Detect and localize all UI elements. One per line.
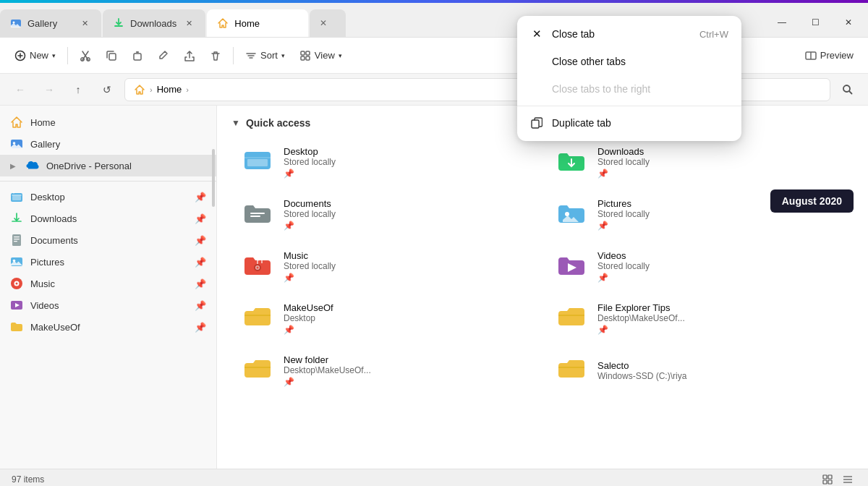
tab-gallery[interactable]: Gallery ✕ [0, 9, 101, 37]
folder-item-fileexplorertips[interactable]: File Explorer Tips Desktop\MakeUseOf... … [545, 295, 854, 341]
svg-rect-19 [14, 236, 20, 237]
videos-folder-sub: Stored locally [597, 261, 650, 271]
fileexplorertips-folder-sub: Desktop\MakeUseOf... [597, 313, 685, 323]
maximize-button[interactable]: ☐ [799, 11, 832, 34]
sidebar-scrollbar[interactable] [212, 149, 215, 207]
sort-label: Sort [260, 50, 278, 61]
tab-partial[interactable]: ✕ [310, 9, 346, 37]
share-button[interactable] [178, 46, 201, 65]
folder-item-music[interactable]: Music Stored locally 📌 [231, 243, 540, 289]
new-button[interactable]: New ▾ [9, 46, 61, 65]
folder-item-videos[interactable]: Videos Stored locally 📌 [545, 243, 854, 289]
cut-button[interactable] [74, 46, 97, 65]
fileexplorertips-pin: 📌 [597, 325, 685, 335]
forward-button[interactable]: → [38, 78, 61, 101]
pictures-folder-name: Pictures [597, 198, 650, 209]
paste-button[interactable] [126, 46, 149, 65]
sidebar-item-documents[interactable]: Documents 📌 [0, 229, 216, 251]
sidebar-item-videos[interactable]: Videos 📌 [0, 294, 216, 316]
copy-button[interactable] [100, 46, 123, 65]
ctx-duplicate-label: Duplicate tab [552, 117, 611, 129]
sidebar-home-label: Home [30, 117, 56, 128]
svg-rect-42 [532, 120, 539, 128]
folder-item-makeuseofitem[interactable]: MakeUseOf Desktop 📌 [231, 295, 540, 341]
delete-button[interactable] [204, 46, 227, 65]
videos-folder-name: Videos [597, 250, 650, 261]
sidebar-item-onedrive[interactable]: ▶ OneDrive - Personal [0, 155, 216, 176]
tab-home[interactable]: Home [207, 9, 308, 37]
music-folder-icon [240, 249, 275, 284]
main-layout: Home Gallery ▶ OneDrive - Personal [0, 106, 868, 469]
ctx-close-other-tabs[interactable]: Close other tabs [517, 48, 741, 75]
sidebar-item-gallery[interactable]: Gallery [0, 133, 216, 155]
sidebar-item-music[interactable]: Music 📌 [0, 273, 216, 294]
svg-rect-29 [250, 213, 265, 214]
sidebar-makeuseofyellow-label: MakeUseOf [30, 322, 80, 333]
context-menu: ✕ Close tab Ctrl+W Close other tabs Clos… [517, 16, 741, 141]
downloads-folder-sub: Stored locally [597, 157, 650, 167]
refresh-button[interactable]: ↺ [95, 78, 119, 101]
tab-downloads-close[interactable]: ✕ [182, 17, 195, 30]
sidebar-pictures-label: Pictures [30, 257, 64, 268]
preview-label: Preview [820, 50, 854, 61]
folder-item-downloads[interactable]: Downloads Stored locally 📌 [545, 139, 854, 185]
minimize-button[interactable]: — [765, 11, 799, 34]
sidebar-item-desktop[interactable]: Desktop 📌 [0, 186, 216, 208]
quick-access-chevron: ▼ [231, 118, 240, 128]
svg-rect-10 [306, 56, 310, 60]
makeuseofitem-folder-icon [240, 301, 275, 336]
preview-button[interactable]: Preview [799, 46, 859, 65]
svg-point-31 [565, 212, 569, 216]
svg-rect-6 [134, 54, 141, 60]
ctx-close-other-label: Close other tabs [552, 56, 626, 67]
tab-gallery-label: Gallery [27, 18, 57, 29]
content-area: ▼ Quick access Desktop Stored locally 📌 [217, 106, 868, 469]
sidebar-documents-label: Documents [30, 235, 78, 246]
tab-downloads[interactable]: Downloads ✕ [103, 9, 205, 37]
desktop-pin: 📌 [284, 169, 336, 179]
ctx-close-other-icon [530, 55, 543, 68]
svg-rect-8 [306, 51, 310, 55]
svg-rect-7 [301, 51, 305, 55]
svg-rect-30 [250, 216, 260, 217]
ctx-close-tab[interactable]: ✕ Close tab Ctrl+W [517, 20, 741, 48]
sidebar-div-1 [0, 181, 216, 182]
tab-home-label: Home [234, 18, 260, 29]
close-button[interactable]: ✕ [832, 11, 865, 34]
search-button[interactable] [836, 78, 859, 101]
sidebar-item-home[interactable]: Home [0, 111, 216, 133]
pictures-folder-sub: Stored locally [597, 209, 650, 219]
sidebar-videos-label: Videos [30, 300, 59, 311]
sidebar-downloads-label: Downloads [30, 213, 77, 224]
ctx-duplicate-tab[interactable]: Duplicate tab [517, 109, 741, 137]
sort-button[interactable]: Sort ▾ [239, 46, 291, 65]
sidebar-item-pictures[interactable]: Pictures 📌 [0, 251, 216, 273]
videos-pin: 📌 [597, 273, 650, 283]
sidebar: Home Gallery ▶ OneDrive - Personal [0, 106, 217, 469]
grid-view-toggle[interactable] [819, 472, 836, 487]
ctx-close-tab-shortcut: Ctrl+W [699, 29, 728, 40]
rename-button[interactable] [152, 46, 175, 65]
ctx-close-tabs-right: Close tabs to the right [517, 75, 741, 103]
status-right [819, 472, 856, 487]
tab-gallery-close[interactable]: ✕ [78, 17, 91, 30]
window-controls: — ☐ ✕ [765, 3, 868, 37]
folder-item-documents[interactable]: Documents Stored locally 📌 [231, 191, 540, 237]
view-button[interactable]: View ▾ [294, 46, 348, 65]
desktop-pin-icon: 📌 [195, 192, 206, 202]
music-pin-icon: 📌 [195, 278, 206, 289]
ctx-close-right-label: Close tabs to the right [552, 83, 650, 95]
pictures-folder-icon [554, 197, 589, 231]
sidebar-item-downloads[interactable]: Downloads 📌 [0, 208, 216, 229]
folder-item-salecto[interactable]: Salecto Windows-SSD (C:)\riya [545, 347, 854, 393]
list-view-toggle[interactable] [839, 472, 856, 487]
folder-item-desktop[interactable]: Desktop Stored locally 📌 [231, 139, 540, 185]
folder-item-newfolder[interactable]: New folder Desktop\MakeUseOf... 📌 [231, 347, 540, 393]
path-sep-1: › [150, 85, 153, 94]
sidebar-item-makeuseofyellow[interactable]: MakeUseOf 📌 [0, 316, 216, 338]
salecto-folder-icon [554, 353, 589, 388]
makeuseofyellow-pin-icon: 📌 [195, 322, 206, 333]
up-button[interactable]: ↑ [67, 78, 90, 101]
ctx-duplicate-icon [530, 116, 543, 129]
back-button[interactable]: ← [9, 78, 32, 101]
